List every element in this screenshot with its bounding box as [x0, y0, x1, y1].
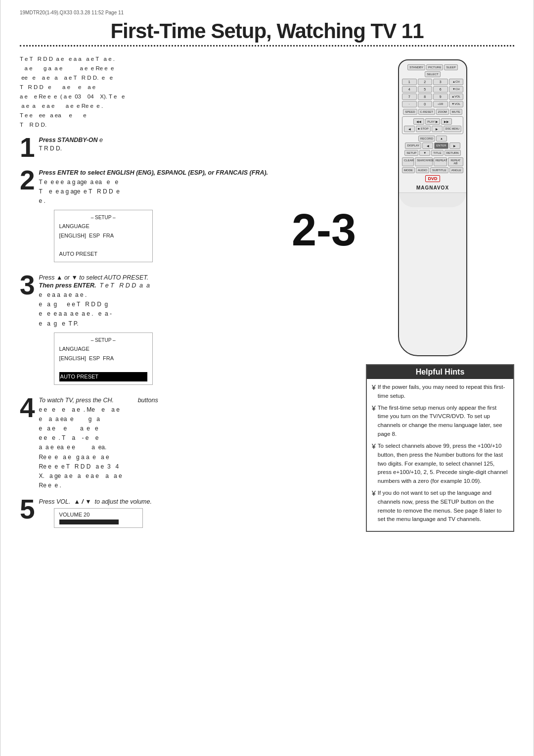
left-border [0, 0, 0, 756]
step-4-body: e e e e a e . Me e a e e a a ea e g a e … [39, 405, 158, 491]
step-3-label: Press ▲ or ▼ to select AUTO PRESET. [39, 274, 153, 281]
ch-up-btn[interactable]: ▲CH [449, 79, 464, 85]
btn-2[interactable]: 2 [418, 79, 433, 85]
remote-bottom [399, 192, 466, 207]
record-row: RECORD ▲ [402, 136, 463, 142]
next-btn[interactable]: ▶ [432, 126, 443, 132]
left-btn[interactable]: ◀ [422, 142, 433, 149]
standby-btn[interactable]: STANDBY [407, 64, 425, 70]
select-btn[interactable]: SELECT [425, 71, 440, 77]
main-content: T e T R D D a e e a a a e T a e . a e g … [20, 54, 343, 536]
btn-1[interactable]: 1 [402, 79, 417, 85]
right-sidebar: 4 5 STANDBY PICTURE SLEEP SELECT 1 2 3 ▲… [351, 54, 514, 536]
step-2-label: Press ENTER to select ENGLISH (ENG), ESP… [39, 169, 268, 176]
up-btn[interactable]: ▲ [436, 136, 447, 142]
btn-5[interactable]: 5 [418, 86, 433, 93]
volume-bar [59, 520, 119, 524]
step-3-number: 3 [20, 272, 35, 299]
brand-label: MAGNAVOX [402, 185, 463, 190]
intro-text: T e T R D D a e e a a a e T a e . a e g … [20, 54, 316, 130]
header-meta: 19MDTR20(1-49).QX33 03.3.28 11:52 Page 1… [20, 10, 514, 15]
btn-100[interactable]: +100 [433, 101, 448, 107]
remote-mid-row: SPEED C-RESET ZOOM MUTE [402, 109, 463, 115]
step-2-number: 2 [20, 167, 35, 194]
step-1-section: 1 Press STANDBY-ON e T R D D. [20, 137, 343, 161]
menu-display-2: – SETUP – LANGUAGE [ENGLISH] ESP FRA AUT… [54, 332, 153, 385]
step-4-label: To watch TV, press the CH. buttons [39, 397, 158, 404]
hint-3: ¥ To select channels above 99, press the… [372, 442, 508, 486]
return-btn[interactable]: RETURN [445, 150, 461, 156]
btn-6[interactable]: 6 [433, 86, 448, 93]
mode-btn[interactable]: MODE [402, 167, 415, 173]
zoom-btn[interactable]: ZOOM [436, 109, 449, 115]
creset-btn[interactable]: C-RESET [418, 109, 435, 115]
play-btn[interactable]: PLAY ▶ [425, 118, 440, 125]
volume-display: VOLUME 20 [54, 508, 143, 528]
helpful-hints-title: Helpful Hints [367, 365, 513, 379]
hint-bullet-4: ¥ [372, 488, 376, 524]
btn-3[interactable]: 3 [433, 79, 448, 85]
remote-top-buttons: STANDBY PICTURE SLEEP SELECT [402, 64, 463, 77]
dvd-logo: DVD [425, 175, 440, 182]
transport-row1: ◀◀ PLAY ▶ ▶▶ [404, 118, 461, 125]
stop-btn[interactable]: ■ STOP [416, 126, 431, 132]
down-btn[interactable]: ▼ [419, 150, 430, 156]
step-2-body: T e e e e a g age a ea e e T e e a g age… [39, 178, 268, 206]
disc-menu-btn[interactable]: DISC MENU [444, 126, 461, 132]
mute-btn[interactable]: MUTE [450, 109, 462, 115]
step-4-section: 4 To watch TV, press the CH. buttons e e… [20, 397, 343, 491]
subtitle-btn[interactable]: SUBTITLE [430, 167, 448, 173]
remote-control: STANDBY PICTURE SLEEP SELECT 1 2 3 ▲CH 4… [398, 59, 467, 356]
prev-btn[interactable]: ◀ [404, 126, 415, 132]
sleep-btn[interactable]: SLEEP [444, 64, 457, 70]
vol-down-btn[interactable]: ▼VOL [449, 101, 464, 107]
step-3-section: 3 Press ▲ or ▼ to select AUTO PRESET. Th… [20, 274, 343, 389]
ch-down-btn[interactable]: ▼CH [449, 86, 464, 93]
nav-row2: SETUP ▼ TITLE RETURN [402, 150, 463, 156]
vol-up-btn[interactable]: ▲VOL [449, 94, 464, 100]
clear-btn[interactable]: CLEAR [402, 157, 414, 166]
btn-8[interactable]: 8 [418, 94, 433, 100]
repeat-btn[interactable]: REPEAT [434, 157, 447, 166]
transport-section: ◀◀ PLAY ▶ ▶▶ ◀ ■ STOP ▶ DISC MENU [402, 116, 463, 134]
btn-dot[interactable]: · [402, 101, 417, 107]
step-5-label: Press VOL. ▲ / ▼ to adjust the volume. [39, 498, 152, 505]
hint-bullet-3: ¥ [372, 441, 376, 486]
hint-1: ¥ If the power fails, you may need to re… [372, 383, 508, 401]
nav-row: DISPLAY ◀ ENTER ▶ [402, 142, 463, 149]
audio-btn[interactable]: AUDIO [416, 167, 429, 173]
rewind-btn[interactable]: ◀◀ [413, 118, 424, 125]
section-divider [20, 45, 514, 47]
helpful-hints-content: ¥ If the power fails, you may need to re… [367, 379, 513, 531]
right-btn[interactable]: ▶ [449, 142, 460, 149]
record-btn[interactable]: RECORD [418, 136, 435, 142]
btn-4[interactable]: 4 [402, 86, 417, 93]
menu-display-1: – SETUP – LANGUAGE [ENGLISH] ESP FRA AUT… [54, 210, 153, 262]
step-5-section: 5 Press VOL. ▲ / ▼ to adjust the volume.… [20, 498, 343, 531]
ffwd-btn[interactable]: ▶▶ [441, 118, 452, 125]
page-title: First-Time Setup, Watching TV 11 [20, 19, 514, 43]
speed-btn[interactable]: SPEED [403, 109, 417, 115]
helpful-hints-box: Helpful Hints ¥ If the power fails, you … [366, 364, 514, 532]
hint-2: ¥ The first-time setup menus only appear… [372, 404, 508, 439]
step-3-label2: Then press ENTER. T e T R D D a a [39, 282, 153, 289]
step-5-number: 5 [20, 496, 35, 523]
enter-btn[interactable]: ENTER [434, 142, 448, 149]
btn-9[interactable]: 9 [433, 94, 448, 100]
step-1-label: Press STANDBY-ON e [39, 137, 103, 143]
setup-btn[interactable]: SETUP [404, 150, 418, 156]
step-23-indicator: 2-3 [292, 208, 356, 252]
angle-btn[interactable]: ANGLE [449, 167, 463, 173]
title-btn[interactable]: TITLE [431, 150, 443, 156]
btn-7[interactable]: 7 [402, 94, 417, 100]
hint-bullet-2: ¥ [372, 403, 376, 439]
transport-row2: ◀ ■ STOP ▶ DISC MENU [404, 126, 461, 132]
display-btn[interactable]: DISPLAY [405, 142, 421, 149]
btn-0[interactable]: 0 [418, 101, 433, 107]
picture-btn[interactable]: PICTURE [426, 64, 443, 70]
mode-row: MODE AUDIO SUBTITLE ANGLE [402, 167, 463, 173]
hint-bullet-1: ¥ [372, 382, 376, 401]
step-3-body: e e a a a e a e . e a g e e T R D D g e … [39, 290, 153, 329]
repeat-ab-btn[interactable]: REPEAT A/B [448, 157, 463, 166]
searchhide-btn[interactable]: SEARCH/HIDE [415, 157, 433, 166]
